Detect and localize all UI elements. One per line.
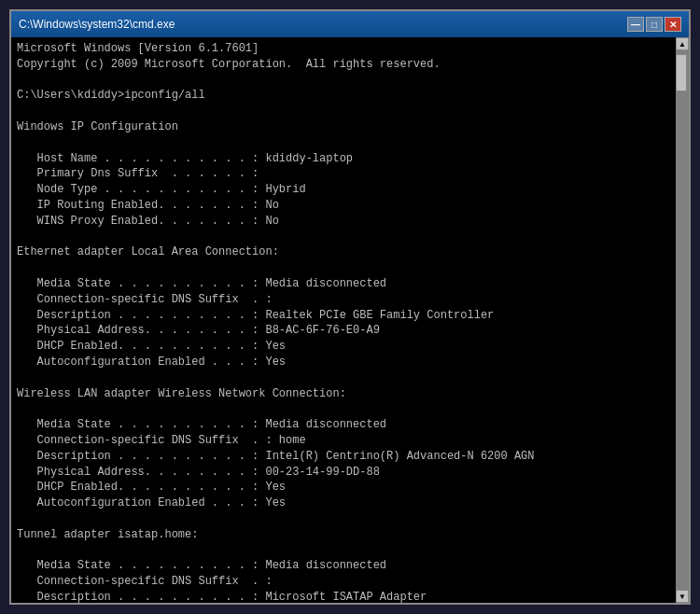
scroll-up-button[interactable]: ▲ xyxy=(676,37,689,50)
title-bar-controls: — □ ✕ xyxy=(627,17,681,32)
scroll-thumb[interactable] xyxy=(676,54,687,91)
title-bar: C:\Windows\system32\cmd.exe — □ ✕ xyxy=(11,11,689,37)
close-button[interactable]: ✕ xyxy=(665,17,681,32)
scroll-down-button[interactable]: ▼ xyxy=(676,590,689,603)
minimize-button[interactable]: — xyxy=(627,17,644,32)
console-output: Microsoft Windows [Version 6.1.7601] Cop… xyxy=(11,37,689,603)
title-bar-text: C:\Windows\system32\cmd.exe xyxy=(19,18,175,31)
cmd-window: C:\Windows\system32\cmd.exe — □ ✕ Micros… xyxy=(9,9,691,605)
maximize-button[interactable]: □ xyxy=(646,17,663,32)
scroll-track[interactable] xyxy=(676,50,689,590)
scrollbar[interactable]: ▲ ▼ xyxy=(676,37,689,603)
